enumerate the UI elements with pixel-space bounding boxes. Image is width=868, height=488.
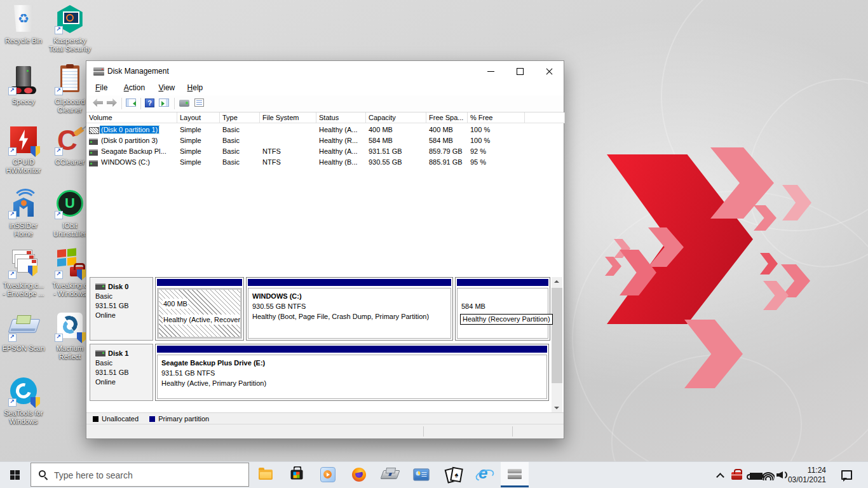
scrollbar-thumb[interactable]	[552, 288, 562, 383]
volume-row[interactable]: (Disk 0 partition 3) Simple Basic Health…	[86, 135, 564, 146]
shortcut-arrow-icon	[8, 398, 17, 407]
volume-icon	[89, 139, 98, 145]
column-header-pctfree[interactable]: % Free	[468, 112, 525, 123]
recycle-bin-icon	[13, 5, 34, 32]
column-header-capacity[interactable]: Capacity	[366, 112, 426, 123]
column-header-freespace[interactable]: Free Spa...	[426, 112, 468, 123]
uac-shield-icon	[77, 269, 86, 280]
icon-label: EPSON Scan	[1, 344, 46, 353]
windows-flag-icon	[57, 248, 76, 266]
properties-icon[interactable]	[194, 98, 204, 107]
search-input[interactable]	[53, 463, 240, 487]
action-center-icon[interactable]	[841, 470, 852, 480]
taskbar-solitaire[interactable]	[438, 462, 466, 487]
menu-view[interactable]: View	[157, 83, 176, 92]
internet-explorer-icon	[476, 467, 491, 482]
disk-kind: Basic	[95, 292, 153, 301]
close-button[interactable]	[534, 61, 564, 81]
desktop-icon-inssider[interactable]: inSSIDer Home	[1, 189, 46, 238]
partition-disk1-p1[interactable]: Seagate Backup Plus Drive (E:) 931.51 GB…	[155, 344, 549, 401]
menu-help[interactable]: Help	[186, 83, 205, 92]
tray-toolbox-icon[interactable]	[731, 472, 742, 480]
partition-size: 931.51 GB NTFS	[161, 368, 546, 378]
disk-1-label[interactable]: Disk 1 Basic 931.51 GB Online	[90, 344, 153, 401]
battery-icon[interactable]	[750, 473, 763, 480]
column-header-filesystem[interactable]: File System	[260, 112, 316, 123]
partition-disk0-p2[interactable]: WINDOWS (C:) 930.55 GB NTFS Healthy (Boo…	[246, 277, 453, 341]
desktop-icon-epson-scan[interactable]: EPSON Scan	[1, 311, 46, 353]
partition-disk0-p3[interactable]: 584 MB	[455, 277, 550, 341]
show-console-tree-icon[interactable]	[126, 98, 136, 107]
rescan-disks-icon[interactable]	[179, 100, 189, 107]
menu-action[interactable]: Action	[123, 83, 146, 92]
taskbar-search[interactable]	[31, 463, 249, 487]
shortcut-arrow-icon	[8, 334, 17, 342]
disk-size: 931.51 GB	[95, 301, 153, 311]
legend-label: Unallocated	[102, 415, 139, 423]
disk-management-window: Disk Management File Action View Help Vo…	[86, 60, 564, 439]
disk-icon	[95, 283, 105, 290]
partition-status: Healthy (Active, Primary Partition)	[161, 378, 546, 388]
uac-shield-icon	[28, 266, 37, 276]
volume-list: Volume Layout Type File System Status Ca…	[86, 112, 564, 274]
icon-label: Recycle Bin	[1, 37, 46, 45]
windows-logo-icon	[10, 470, 20, 480]
desktop-icon-seatools[interactable]: SeaTools for Windows	[1, 376, 46, 426]
minimize-button[interactable]	[476, 61, 505, 81]
volume-row[interactable]: Seagate Backup Pl... Simple Basic NTFS H…	[86, 146, 564, 157]
toolbar	[86, 95, 564, 112]
wifi-icon[interactable]	[762, 471, 775, 480]
file-explorer-icon	[259, 470, 273, 480]
volume-icon	[89, 149, 98, 156]
partition-disk0-p1[interactable]: 400 MB Healthy (Active, Recovery	[155, 277, 244, 341]
back-icon[interactable]	[93, 98, 103, 107]
column-header-status[interactable]: Status	[316, 112, 366, 123]
partition-size: 584 MB	[461, 301, 548, 311]
shortcut-arrow-icon	[55, 87, 63, 95]
partition-title: WINDOWS (C:)	[252, 291, 451, 301]
uac-shield-icon	[31, 146, 40, 157]
desktop-icon-tweaking-envelope[interactable]: Tweaking.c... - Envelope ...	[1, 248, 46, 298]
taskbar-epson-scan[interactable]	[376, 462, 404, 487]
icon-label: SeaTools for Windows	[1, 409, 46, 426]
start-button[interactable]	[0, 462, 31, 487]
show-action-pane-icon[interactable]	[159, 98, 169, 107]
taskbar-disk-management-active[interactable]	[501, 462, 529, 487]
volume-row[interactable]: (Disk 0 partition 1) Simple Basic Health…	[86, 125, 564, 135]
partition-tooltip: Healthy (Recovery Partition)	[460, 314, 553, 325]
scroll-down-icon[interactable]	[552, 402, 562, 412]
maximize-button[interactable]	[505, 61, 534, 81]
window-title: Disk Management	[107, 67, 169, 76]
disk-0-label[interactable]: Disk 0 Basic 931.51 GB Online	[90, 277, 153, 341]
taskbar-media-player[interactable]	[314, 462, 342, 487]
desktop-icon-recycle-bin[interactable]: Recycle Bin	[1, 4, 46, 45]
title-bar[interactable]: Disk Management	[86, 61, 564, 81]
tray-clock[interactable]: 11:24 03/01/2021	[782, 466, 826, 485]
taskbar-microsoft-store[interactable]	[283, 462, 311, 487]
partition-status: Healthy (Active, Recovery	[163, 315, 242, 325]
desktop-icon-kaspersky[interactable]: Kaspersky Total Security	[48, 4, 92, 53]
taskbar-internet-explorer[interactable]	[470, 462, 498, 487]
scanner-icon	[8, 319, 40, 333]
disk-icon	[95, 350, 105, 356]
taskbar-file-explorer[interactable]	[252, 462, 280, 487]
taskbar-firefox[interactable]	[345, 462, 373, 487]
shortcut-arrow-icon	[8, 211, 17, 219]
desktop-icon-speccy[interactable]: Speccy	[1, 65, 46, 106]
scroll-up-icon[interactable]	[552, 277, 562, 288]
tray-show-hidden-icons[interactable]	[716, 471, 725, 480]
desktop-icon-cpuid-hwmonitor[interactable]: CPUID HWMonitor	[1, 125, 46, 175]
column-header-volume[interactable]: Volume	[86, 112, 177, 123]
solitaire-icon	[445, 468, 460, 482]
menu-file[interactable]: File	[94, 83, 109, 92]
primary-partition-swatch	[149, 416, 155, 422]
unallocated-swatch	[93, 416, 98, 422]
column-header-layout[interactable]: Layout	[177, 112, 220, 123]
forward-icon[interactable]	[107, 98, 117, 107]
column-header-type[interactable]: Type	[220, 112, 260, 123]
vertical-scrollbar[interactable]	[552, 277, 562, 412]
taskbar-system-properties[interactable]	[407, 462, 435, 487]
help-icon[interactable]	[145, 98, 154, 107]
volume-row[interactable]: WINDOWS (C:) Simple Basic NTFS Healthy (…	[86, 157, 564, 168]
firefox-icon	[352, 468, 366, 482]
